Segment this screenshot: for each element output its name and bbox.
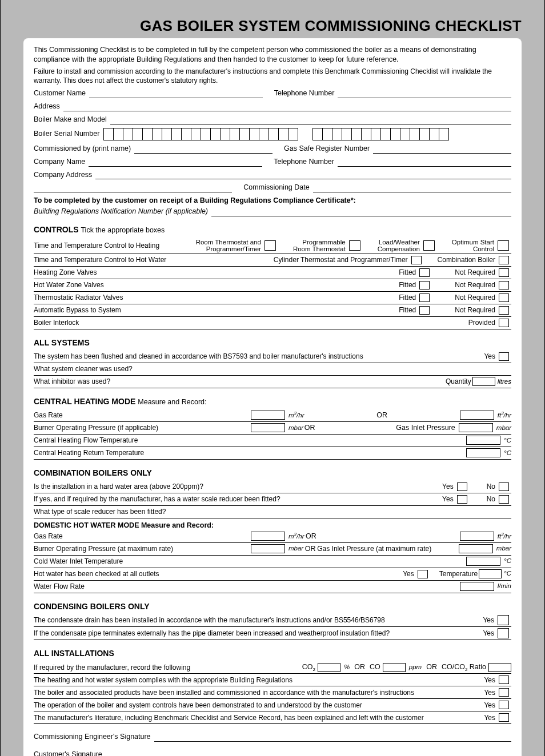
input-make-model[interactable]: [110, 116, 511, 124]
ck-hwzv-nr[interactable]: [499, 281, 509, 289]
input-bop[interactable]: [251, 423, 285, 432]
lbl-company-address: Company Address: [34, 170, 92, 180]
ck-scale-yes[interactable]: [457, 495, 467, 504]
lbl-serial: Boiler Serial Number: [34, 129, 99, 139]
row-company-address: Company Address: [34, 170, 511, 180]
lbl-ratio: CO/CO2 Ratio: [442, 662, 486, 672]
input-chft[interactable]: [466, 436, 500, 445]
cond-heading: CONDENSING BOILERS ONLY: [34, 601, 511, 612]
row-address: Address: [34, 102, 511, 111]
allinst-heading: ALL INSTALLATIONS: [34, 648, 511, 659]
ck-demo[interactable]: [499, 701, 509, 709]
lbl-company-tel: Telephone Number: [274, 157, 334, 167]
ck-ctpt[interactable]: [411, 256, 422, 264]
ck-interlock[interactable]: [499, 319, 509, 327]
ck-hard-yes[interactable]: [457, 482, 467, 491]
row-brnn: Building Regulations Notification Number…: [34, 207, 511, 216]
input-brnn[interactable]: [211, 208, 511, 216]
ck-abs-nr[interactable]: [499, 306, 509, 315]
input-telephone[interactable]: [338, 90, 511, 98]
row-scale-type: What type of scale reducer has been fitt…: [34, 506, 511, 518]
serial-boxes-1[interactable]: [104, 128, 298, 140]
ck-complies[interactable]: [499, 675, 509, 684]
ck-hwchecked[interactable]: [418, 570, 428, 578]
input-co[interactable]: [383, 663, 406, 672]
lbl-dhw-gasrate: Gas Rate: [34, 532, 251, 541]
ck-hzv-nr[interactable]: [499, 268, 509, 277]
input-company-address2[interactable]: [34, 184, 232, 192]
unit-ft3hr: ft3/hr: [496, 411, 511, 420]
input-address[interactable]: [63, 103, 511, 111]
opt-optimum-start: Optimum StartControl: [452, 239, 511, 252]
form-panel: This Commissioning Checklist is to be co…: [23, 38, 522, 756]
ck-installed[interactable]: [499, 688, 509, 697]
row-ttc-hw: Time and Temperature Control to Hot Wate…: [34, 254, 511, 267]
ck-flushed[interactable]: [499, 352, 509, 361]
input-ratio[interactable]: [488, 663, 511, 672]
row-trv: Thermostatic Radiator Valves Fitted Not …: [34, 292, 511, 304]
lbl-hwchecked: Hot water has been checked at all outlet…: [34, 569, 403, 578]
ck-hard-no[interactable]: [499, 482, 509, 491]
unit-c1: °C: [503, 436, 511, 445]
lbl-complies: The heating and hot water system complie…: [34, 675, 484, 685]
ck-cond-drain[interactable]: [498, 615, 509, 625]
opt-room-thermostat: Room Thermostat andProgrammer/Timer: [196, 239, 278, 252]
ck-comb-boiler[interactable]: [499, 256, 509, 264]
input-dhw-gasrate-ft3[interactable]: [460, 532, 494, 541]
ck-abs-fitted[interactable]: [419, 306, 430, 315]
input-eng-sig[interactable]: [154, 734, 511, 742]
input-wfr[interactable]: [460, 582, 494, 591]
ck-trv-nr[interactable]: [499, 293, 509, 302]
row-interlock: Boiler Interlock Provided: [34, 317, 511, 329]
controls-heading: CONTROLS Tick the appropriate boxes: [34, 224, 511, 235]
input-dhw-bop[interactable]: [251, 544, 285, 553]
input-chrt[interactable]: [466, 448, 500, 457]
allsystems-heading: ALL SYSTEMS: [34, 337, 511, 348]
lbl-comb-boiler: Combination Boiler: [438, 255, 495, 264]
unit-mbar1: mbar: [287, 424, 303, 433]
input-cust-sig[interactable]: [106, 751, 511, 756]
lbl-hwzv: Hot Water Zone Valves: [34, 280, 399, 289]
ck-opt1[interactable]: [265, 240, 276, 251]
ck-trv-fitted[interactable]: [419, 293, 430, 302]
input-customer-name[interactable]: [89, 90, 263, 98]
ck-cond-ext[interactable]: [498, 628, 509, 638]
ck-lit[interactable]: [499, 713, 509, 722]
input-quantity[interactable]: [472, 377, 495, 386]
ck-hzv-fitted[interactable]: [419, 268, 430, 277]
input-gasrate-m3[interactable]: [251, 411, 285, 420]
lbl-hard: Is the installation in a hard water area…: [34, 482, 442, 491]
lbl-comm-date: Commissioning Date: [243, 183, 309, 192]
input-company-address[interactable]: [95, 171, 511, 179]
input-co2[interactable]: [318, 663, 340, 672]
lbl-scale: If yes, and if required by the manufactu…: [34, 494, 442, 504]
lbl-gas-rate: Gas Rate: [34, 411, 251, 420]
row-bop: Burner Operating Pressure (if applicable…: [34, 422, 511, 435]
ck-scale-no[interactable]: [499, 495, 509, 504]
ck-opt4[interactable]: [498, 240, 509, 251]
input-company-name[interactable]: [89, 159, 262, 167]
serial-boxes-2[interactable]: [313, 128, 449, 140]
input-dhw-gasrate-m3[interactable]: [251, 532, 285, 541]
input-gip[interactable]: [459, 423, 493, 432]
lbl-temperature: Temperature: [439, 569, 478, 578]
row-scale: If yes, and if required by the manufactu…: [34, 493, 511, 506]
ck-hwzv-fitted[interactable]: [419, 281, 430, 289]
input-dhw-gip[interactable]: [459, 544, 493, 553]
opt-load-weather: Load/WeatherCompensation: [378, 239, 437, 252]
ck-opt2[interactable]: [349, 240, 360, 251]
input-gasrate-ft3[interactable]: [460, 411, 494, 420]
lbl-ttc-hw: Time and Temperature Control to Hot Wate…: [34, 255, 274, 264]
input-cwit[interactable]: [466, 557, 500, 566]
input-hw-temp[interactable]: [479, 569, 502, 578]
row-serial: Boiler Serial Number: [34, 128, 511, 140]
input-commissioned-by[interactable]: [134, 146, 272, 154]
input-gassafe[interactable]: [373, 146, 511, 154]
row-hardwater: Is the installation in a hard water area…: [34, 481, 511, 493]
lbl-interlock: Boiler Interlock: [34, 318, 468, 327]
ck-opt3[interactable]: [423, 240, 435, 251]
input-comm-date[interactable]: [313, 184, 511, 192]
input-company-tel[interactable]: [338, 159, 511, 167]
lbl-telephone: Telephone Number: [274, 89, 335, 98]
page-title: GAS BOILER SYSTEM COMMISSIONING CHECKLIS…: [23, 17, 522, 35]
